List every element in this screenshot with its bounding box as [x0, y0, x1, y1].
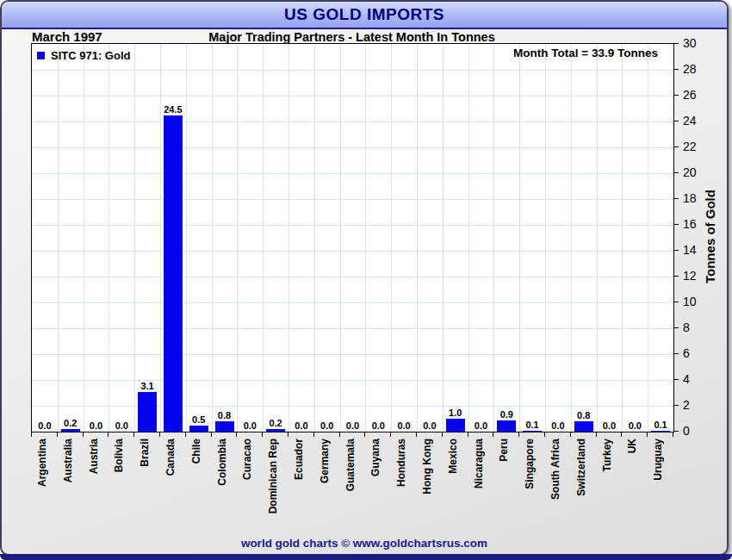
x-tick [211, 432, 212, 437]
legend-label: SITC 971: Gold [51, 49, 130, 62]
x-tick [57, 432, 58, 437]
y-tick-label: 24 [683, 114, 697, 128]
gridline-horizontal [32, 199, 673, 200]
y-tick [673, 302, 679, 302]
x-tick [159, 432, 160, 437]
x-tick [544, 432, 545, 437]
x-axis-label: Colombia [216, 439, 232, 486]
gridline-vertical [237, 44, 238, 432]
bottom-accent-bar [0, 554, 732, 560]
x-axis-label: Australia [62, 439, 78, 482]
gridline-vertical [622, 44, 623, 432]
x-tick [442, 432, 443, 437]
x-axis-label: Singapore [524, 439, 539, 489]
legend-swatch-icon [37, 52, 45, 59]
gridline-horizontal [32, 173, 673, 174]
x-tick [364, 432, 365, 437]
gridline-vertical [391, 44, 392, 432]
x-tick [108, 432, 109, 437]
gridline-vertical [519, 44, 520, 432]
bar-value-label: 0.8 [208, 410, 242, 420]
y-tick-label: 10 [683, 295, 697, 308]
x-axis-label: Nicaragua [473, 439, 488, 488]
x-tick [83, 432, 84, 437]
y-tick [673, 95, 679, 96]
bar-brazil [138, 392, 157, 432]
y-tick [673, 327, 679, 328]
gridline-horizontal [32, 121, 673, 122]
x-axis-label: UK [626, 439, 642, 453]
gridline-vertical [493, 44, 494, 432]
gridline-horizontal [32, 380, 673, 381]
x-axis-label: Hong Kong [421, 439, 437, 495]
y-tick [673, 353, 679, 354]
gridline-vertical [186, 44, 187, 432]
x-axis-label: Ecuador [293, 439, 308, 480]
gridline-vertical [417, 44, 418, 432]
x-tick [31, 432, 32, 437]
x-tick [185, 432, 186, 437]
x-tick [133, 432, 134, 437]
x-tick [621, 432, 622, 437]
y-tick-label: 28 [683, 62, 697, 76]
plot-area: 0.00.20.00.03.124.50.50.80.00.20.00.00.0… [31, 43, 674, 432]
x-tick [339, 432, 340, 437]
gridline-vertical [443, 44, 444, 432]
y-axis-title: Tonnes of Gold [703, 43, 722, 431]
x-axis-label: Brazil [139, 439, 154, 467]
x-tick [313, 432, 314, 437]
y-tick-label: 6 [683, 346, 690, 360]
y-tick [673, 146, 679, 147]
y-tick [673, 69, 679, 70]
x-tick [570, 432, 571, 437]
gridline-horizontal [32, 225, 673, 226]
page-title: US GOLD IMPORTS [2, 2, 727, 28]
x-axis-label: Honduras [395, 439, 411, 487]
bar-canada [164, 115, 183, 432]
bar-value-label: 3.1 [130, 381, 164, 391]
y-tick [673, 250, 679, 251]
gridline-horizontal [32, 96, 673, 96]
y-tick-label: 16 [683, 217, 697, 231]
chart-subtitle: Major Trading Partners - Latest Month In… [31, 30, 673, 44]
gridline-horizontal [32, 70, 673, 71]
bar-mexico [446, 419, 465, 432]
y-tick-label: 14 [683, 243, 697, 257]
x-axis-label: Peru [498, 439, 513, 462]
x-tick [647, 432, 648, 437]
x-axis-label: Bolivia [113, 439, 128, 472]
x-axis-label: Dominican Rep [267, 439, 282, 513]
gridline-horizontal [32, 406, 673, 407]
y-tick-label: 26 [683, 88, 697, 102]
bar-value-label: 0.0 [413, 420, 447, 431]
y-tick [673, 121, 679, 121]
gridline-vertical [134, 44, 135, 432]
y-tick-label: 20 [683, 165, 697, 179]
gridline-vertical [597, 44, 598, 432]
x-tick [673, 432, 673, 437]
bar-value-label: 0.9 [489, 409, 524, 420]
credit-line: world gold charts © www.goldchartsrus.co… [2, 537, 727, 550]
x-axis-label: Chile [190, 439, 206, 464]
x-tick [518, 432, 519, 437]
y-tick [673, 224, 679, 225]
bar-value-label: 0.8 [567, 410, 601, 420]
x-tick [390, 432, 391, 437]
y-tick-label: 18 [683, 191, 697, 205]
y-tick-label: 2 [683, 398, 690, 412]
gridline-vertical [468, 44, 469, 432]
y-tick [673, 43, 679, 44]
x-axis-label: Uruguay [652, 439, 667, 481]
gridline-horizontal [32, 251, 673, 252]
gridline-vertical [109, 44, 109, 432]
bar-value-label: 1.0 [438, 408, 473, 418]
y-tick [673, 379, 679, 380]
chart-card: US GOLD IMPORTS March 1997 Major Trading… [0, 0, 729, 556]
gridline-horizontal [32, 147, 673, 148]
x-axis-label: Canada [164, 439, 180, 476]
gridline-horizontal [32, 328, 673, 329]
y-tick-label: 30 [683, 36, 697, 50]
x-axis-label: South Africa [549, 439, 565, 500]
x-tick [493, 432, 493, 437]
y-tick [673, 198, 679, 199]
